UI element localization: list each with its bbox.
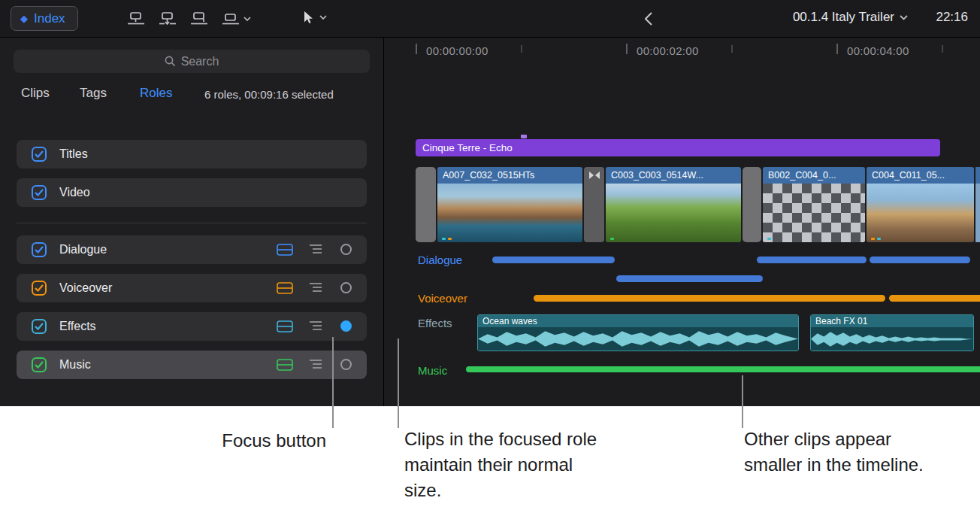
chevron-down-icon [900, 15, 908, 20]
index-button-label: Index [34, 11, 65, 26]
effects-checkbox[interactable] [32, 319, 47, 334]
video-clip[interactable]: B002_C004_0... [763, 167, 865, 242]
waveform [478, 327, 798, 351]
role-row-video[interactable]: Video [17, 178, 367, 207]
music-checkbox[interactable] [32, 357, 47, 372]
lane-label-dialogue: Dialogue [418, 253, 462, 266]
focus-button[interactable] [340, 244, 352, 255]
tab-tags[interactable]: Tags [80, 86, 107, 101]
audio-clip-body [478, 327, 798, 351]
ruler-tick [836, 44, 838, 54]
voiceover-clip-bar[interactable] [889, 295, 980, 302]
dialogue-clip-bar[interactable] [870, 256, 970, 263]
project-title-dropdown[interactable]: 00.1.4 Italy Trailer [793, 10, 908, 25]
role-row-effects[interactable]: Effects [17, 312, 367, 341]
subrole-list-icon[interactable] [309, 282, 322, 293]
callout-line-focused-clips [398, 338, 399, 428]
ruler-tick [626, 44, 628, 54]
search-placeholder: Search [181, 55, 219, 68]
audio-clip-body [811, 327, 973, 351]
subrole-list-icon[interactable] [309, 244, 322, 254]
role-row-music[interactable]: Music [17, 351, 367, 379]
connect-edit-icon[interactable] [126, 11, 146, 26]
search-icon [165, 56, 176, 67]
callout-line-focus-button [332, 337, 334, 428]
chevron-left-icon [645, 12, 652, 26]
video-clip-thumbnail [437, 184, 582, 242]
title-clip[interactable]: Cinque Terre - Echo [416, 139, 940, 156]
role-dot-effects [767, 238, 771, 240]
role-dot-voiceover [448, 238, 452, 240]
role-label-video: Video [59, 178, 90, 207]
dialogue-checkbox[interactable] [32, 242, 47, 257]
lane-display-icon[interactable] [277, 282, 293, 294]
chevron-down-icon [243, 17, 251, 21]
focus-button-active[interactable] [340, 320, 352, 332]
role-row-dialogue[interactable]: Dialogue [17, 235, 367, 264]
clip-marker [521, 135, 527, 138]
waveform [811, 327, 973, 351]
ruler-minor-tick [731, 45, 733, 53]
role-dot-effects [442, 238, 446, 240]
subrole-list-icon[interactable] [309, 359, 322, 369]
lane-display-icon[interactable] [277, 244, 293, 256]
role-label-titles: Titles [59, 140, 88, 168]
screenshot-root: ◆ Index 00.1.4 Italy T [0, 0, 980, 513]
project-title: 00.1.4 Italy Trailer [793, 10, 894, 25]
search-input[interactable]: Search [14, 50, 370, 73]
tab-clips[interactable]: Clips [21, 86, 50, 101]
lane-display-icon[interactable] [277, 320, 293, 332]
transition-icon [588, 171, 600, 180]
voiceover-checkbox[interactable] [32, 281, 47, 296]
timecode-display: 22:16 [936, 10, 968, 25]
timeline[interactable]: 00:00:00:00 00:00:02:00 00:00:04:00 Cinq… [384, 38, 980, 406]
role-dot-music [610, 238, 614, 240]
callout-focused-clips: Clips in the focused role maintain their… [404, 426, 601, 503]
video-clip-name: C003_C003_0514W... [606, 167, 741, 184]
titles-checkbox[interactable] [32, 147, 47, 162]
overwrite-edit-icon[interactable] [221, 11, 251, 26]
audio-clip-ocean-waves[interactable]: Ocean waves [477, 314, 799, 351]
tab-roles[interactable]: Roles [140, 86, 172, 101]
focus-button[interactable] [340, 282, 352, 293]
insert-edit-icon[interactable] [158, 11, 177, 26]
role-row-titles[interactable]: Titles [17, 140, 367, 168]
role-label-dialogue: Dialogue [59, 235, 107, 264]
lane-label-music: Music [418, 364, 447, 377]
video-clip[interactable]: A007_C032_0515HTs [437, 167, 582, 242]
back-chevron-button[interactable] [645, 12, 652, 26]
video-clip-thumbnail [763, 184, 865, 242]
append-edit-icon[interactable] [189, 11, 209, 26]
edit-tools-group [126, 8, 251, 30]
voiceover-clip-bar[interactable] [534, 295, 885, 302]
primary-storyline: A007_C032_0515HTs C003_C003_0514W... [384, 167, 980, 242]
dialogue-clip-bar[interactable] [616, 275, 763, 282]
video-clip[interactable]: C003_C003_0514W... [606, 167, 741, 242]
index-toggle-button[interactable]: ◆ Index [11, 6, 78, 31]
video-clip-thumbnail [606, 184, 741, 242]
arrow-cursor-icon [302, 11, 313, 24]
select-tool-dropdown[interactable] [302, 11, 327, 24]
trimmed-clip-edge[interactable] [416, 167, 436, 242]
lane-label-effects: Effects [418, 317, 452, 329]
audio-clip-name: Ocean waves [478, 315, 798, 327]
video-checkbox[interactable] [32, 185, 47, 200]
index-diamond-icon: ◆ [20, 14, 28, 23]
focus-button[interactable] [340, 359, 352, 370]
role-label-voiceover: Voiceover [59, 274, 112, 302]
roles-divider [17, 223, 367, 223]
lane-label-voiceover: Voiceover [418, 292, 467, 305]
video-clip[interactable]: C004_C011_05... [867, 167, 974, 242]
dialogue-clip-bar[interactable] [757, 256, 867, 263]
audio-clip-beach-fx[interactable]: Beach FX 01 [810, 314, 974, 351]
subrole-list-icon[interactable] [309, 320, 322, 331]
trimmed-clip-edge[interactable] [743, 167, 761, 242]
lane-display-icon[interactable] [277, 359, 293, 371]
music-clip-bar[interactable] [466, 366, 980, 372]
cross-dissolve-transition[interactable] [584, 167, 604, 242]
dialogue-clip-bar[interactable] [492, 256, 615, 263]
partial-clip-edge [975, 167, 980, 184]
role-row-voiceover[interactable]: Voiceover [17, 274, 367, 302]
chevron-down-icon [319, 15, 327, 20]
role-label-effects: Effects [59, 312, 96, 341]
